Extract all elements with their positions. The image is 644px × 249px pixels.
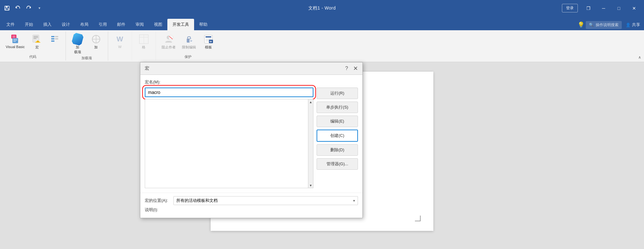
restrict-edit-button[interactable]: W 限制编辑 bbox=[180, 33, 198, 51]
tab-home[interactable]: 开始 bbox=[20, 19, 38, 30]
create-button[interactable]: 创建(C) bbox=[317, 130, 358, 142]
w-icon: W bbox=[115, 34, 125, 44]
desc-label: 说明(I): bbox=[145, 207, 158, 213]
svg-rect-16 bbox=[51, 38, 54, 39]
svg-rect-19 bbox=[55, 38, 58, 39]
ribbon-tabs: 文件 开始 插入 设计 布局 引用 邮件 审阅 视图 开发工具 帮助 💡 🔍 操… bbox=[0, 16, 644, 30]
dialog-footer: 宏的位置(A): 所有的活动模板和文档 ▾ 说明(I): bbox=[140, 193, 362, 218]
svg-rect-15 bbox=[51, 36, 54, 37]
macro-dialog: 宏 ? ✕ 宏名(M): bbox=[140, 62, 363, 218]
tab-review[interactable]: 审阅 bbox=[130, 19, 149, 30]
location-label: 宏的位置(A): bbox=[145, 198, 170, 203]
organizer-button[interactable]: 管理器(G)... bbox=[317, 158, 358, 170]
table-icon bbox=[139, 34, 149, 44]
dialog-content: ▲ ▼ 运行(R) 单步执行(S) 编辑(E) 创建(C) 删除(D) 管理器(… bbox=[145, 88, 358, 188]
macro-name-label: 宏名(M): bbox=[145, 79, 358, 85]
step-button[interactable]: 单步执行(S) bbox=[317, 102, 358, 113]
share-person-icon: 👤 bbox=[626, 23, 631, 27]
svg-text:W: W bbox=[209, 40, 212, 43]
addins-button[interactable]: 加载项 bbox=[70, 33, 86, 56]
svg-rect-33 bbox=[206, 36, 211, 38]
addins-icon bbox=[73, 34, 83, 44]
macro-name-input[interactable] bbox=[145, 88, 313, 97]
addins-group-label: 加载项 bbox=[81, 56, 92, 62]
macro-icon: ! bbox=[32, 34, 42, 44]
tab-developer[interactable]: 开发工具 bbox=[167, 19, 194, 30]
dialog-help-icon[interactable]: ? bbox=[345, 66, 348, 71]
bars-icon bbox=[50, 34, 60, 44]
dialog-title-text: 宏 bbox=[145, 66, 149, 71]
delete-button[interactable]: 删除(D) bbox=[317, 144, 358, 156]
ribbon-group-table: 格 bbox=[132, 32, 156, 60]
addins2-icon bbox=[91, 34, 101, 44]
dialog-overlay: 宏 ? ✕ 宏名(M): bbox=[0, 62, 644, 249]
scroll-down-arrow[interactable]: ▼ bbox=[308, 183, 313, 188]
tab-insert[interactable]: 插入 bbox=[38, 19, 57, 30]
addins-label: 加载项 bbox=[74, 45, 81, 54]
svg-rect-8 bbox=[13, 41, 16, 42]
template-icon: W bbox=[203, 34, 214, 44]
dialog-close-button[interactable]: ✕ bbox=[353, 65, 358, 72]
document-title: 文档1 - Word bbox=[308, 5, 336, 11]
tab-help[interactable]: 帮助 bbox=[194, 19, 213, 30]
ribbon-group-code: Visual Basic ! bbox=[0, 32, 66, 60]
share-button[interactable]: 👤 共享 bbox=[623, 21, 643, 29]
bar-icons-button[interactable] bbox=[48, 33, 62, 46]
svg-rect-10 bbox=[33, 36, 38, 37]
login-button[interactable]: 登录 bbox=[562, 4, 578, 12]
ribbon-group-w: W W bbox=[108, 32, 132, 60]
location-select-arrow: ▾ bbox=[353, 199, 355, 203]
restore-button[interactable]: ❐ bbox=[581, 3, 596, 13]
undo-button[interactable] bbox=[13, 4, 22, 13]
tab-layout[interactable]: 布局 bbox=[75, 19, 94, 30]
macro-name-row: 宏名(M): bbox=[145, 79, 358, 85]
titlebar-left: ▼ bbox=[3, 4, 44, 13]
template-button[interactable]: W 模板 bbox=[200, 33, 216, 51]
macro-list[interactable]: ▲ ▼ bbox=[145, 99, 313, 188]
redo-button[interactable] bbox=[24, 4, 33, 13]
tab-mail[interactable]: 邮件 bbox=[112, 19, 130, 30]
template-label: 模板 bbox=[205, 45, 212, 50]
minimize-button[interactable]: ─ bbox=[596, 3, 611, 13]
search-icon: 🔍 bbox=[589, 23, 594, 27]
bulb-icon: 💡 bbox=[578, 21, 584, 28]
edit-button[interactable]: 编辑(E) bbox=[317, 116, 358, 127]
block-author-button[interactable]: 阻止作者 bbox=[160, 33, 178, 51]
dialog-titlebar: 宏 ? ✕ bbox=[140, 62, 362, 75]
svg-rect-7 bbox=[13, 40, 17, 41]
svg-rect-34 bbox=[206, 39, 211, 39]
tab-references[interactable]: 引用 bbox=[94, 19, 112, 30]
scroll-up-arrow[interactable]: ▲ bbox=[308, 99, 313, 104]
svg-rect-6 bbox=[13, 39, 17, 39]
w-button[interactable]: W W bbox=[112, 33, 128, 50]
visual-basic-button[interactable]: Visual Basic bbox=[4, 33, 27, 50]
addins2-label: 加 bbox=[94, 45, 98, 50]
titlebar-right: 登录 ❐ ─ □ ✕ bbox=[562, 3, 641, 13]
svg-rect-18 bbox=[55, 36, 58, 37]
close-button[interactable]: ✕ bbox=[627, 3, 641, 13]
main-area: HACKED B 宏 ? ✕ 宏名(M): bbox=[0, 62, 644, 249]
tab-design[interactable]: 设计 bbox=[57, 19, 75, 30]
tab-file[interactable]: 文件 bbox=[1, 19, 20, 30]
run-button[interactable]: 运行(R) bbox=[317, 88, 358, 99]
desc-row: 说明(I): bbox=[145, 207, 358, 213]
visual-basic-icon bbox=[10, 34, 20, 44]
location-select[interactable]: 所有的活动模板和文档 ▾ bbox=[173, 196, 358, 205]
dialog-left: ▲ ▼ bbox=[145, 88, 313, 188]
location-row: 宏的位置(A): 所有的活动模板和文档 ▾ bbox=[145, 196, 358, 205]
search-box[interactable]: 🔍 操作说明搜索 bbox=[586, 21, 622, 29]
share-label: 共享 bbox=[632, 22, 640, 28]
ribbon-group-protect: 阻止作者 W 限制编辑 bbox=[156, 32, 220, 60]
save-button[interactable] bbox=[3, 4, 11, 13]
restrict-edit-label: 限制编辑 bbox=[182, 45, 196, 50]
maximize-button[interactable]: □ bbox=[612, 3, 626, 13]
table-button[interactable]: 格 bbox=[136, 33, 152, 51]
tab-view[interactable]: 视图 bbox=[149, 19, 167, 30]
location-select-text: 所有的活动模板和文档 bbox=[176, 198, 353, 203]
protect-group-label: 保护 bbox=[185, 54, 192, 60]
addins2-button[interactable]: 加 bbox=[88, 33, 104, 51]
ribbon-collapse-button[interactable]: ∧ bbox=[636, 54, 643, 60]
svg-rect-11 bbox=[33, 37, 38, 38]
macro-button[interactable]: ! 宏 bbox=[29, 33, 45, 51]
quick-access-dropdown[interactable]: ▼ bbox=[35, 4, 44, 13]
